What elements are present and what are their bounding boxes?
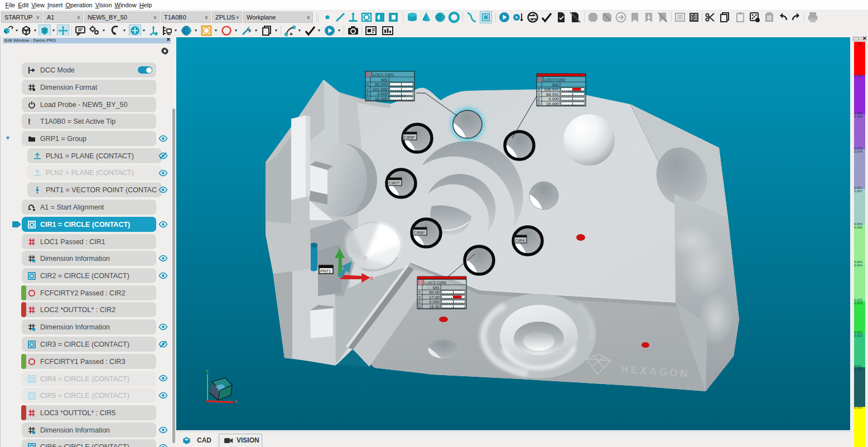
svg-text:Z: Z [218,387,220,392]
svg-text:CIR4: CIR4 [515,238,525,243]
svg-text:LOC1 CIR1: LOC1 CIR1 [373,72,394,77]
svg-text:16.400: 16.400 [375,96,388,101]
svg-text:LOC2 CIR2: LOC2 CIR2 [544,77,566,82]
svg-text:CIR6*: CIR6* [414,230,425,235]
svg-text:16.400: 16.400 [546,101,559,106]
svg-text:CIR8*: CIR8* [404,135,415,140]
svg-text:16.40: 16.40 [429,304,440,309]
svg-text:D: D [538,101,541,106]
svg-text:D: D [367,96,370,101]
svg-text:CIR7*: CIR7* [389,181,400,186]
svg-text:X: X [370,275,373,281]
svg-text:LOC3 CIR5: LOC3 CIR5 [425,280,446,285]
svg-text:X: X [234,399,238,404]
svg-text:Z: Z [350,256,353,262]
svg-text:Y: Y [337,246,340,251]
svg-text:PNT1: PNT1 [320,269,331,274]
svg-text:D: D [418,304,422,309]
svg-text:Y: Y [205,368,209,374]
